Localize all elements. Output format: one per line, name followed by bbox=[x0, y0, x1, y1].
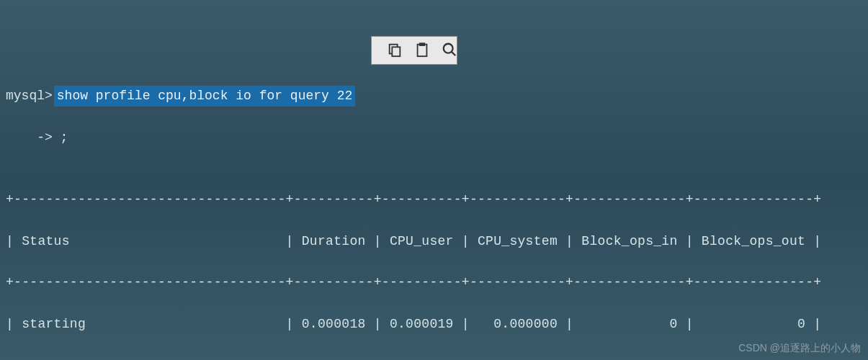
svg-point-4 bbox=[444, 43, 453, 53]
continuation-line: -> ; bbox=[6, 127, 862, 148]
table-row: | Waiting for query cache lock | 0.00000… bbox=[6, 356, 862, 360]
copy-button[interactable] bbox=[373, 38, 401, 63]
table-border-mid: +----------------------------------+----… bbox=[6, 272, 862, 293]
watermark: CSDN @追逐路上的小人物 bbox=[738, 340, 861, 356]
search-icon bbox=[426, 31, 457, 71]
table-border-top: +----------------------------------+----… bbox=[6, 189, 862, 210]
table-row: | starting | 0.000018 | 0.000019 | 0.000… bbox=[6, 314, 862, 335]
svg-rect-3 bbox=[419, 42, 424, 45]
paste-button[interactable] bbox=[401, 38, 428, 63]
result-table: +----------------------------------+----… bbox=[6, 168, 862, 360]
command-line: mysql> show profile cpu,block io for que… bbox=[6, 86, 862, 107]
mysql-prompt: mysql> bbox=[6, 86, 53, 107]
search-button[interactable] bbox=[428, 38, 455, 63]
highlighted-command: show profile cpu,block io for query 22 bbox=[54, 86, 355, 107]
svg-line-5 bbox=[452, 51, 456, 55]
table-header: | Status | Duration | CPU_user | CPU_sys… bbox=[6, 231, 862, 252]
selection-toolbar bbox=[371, 36, 457, 65]
